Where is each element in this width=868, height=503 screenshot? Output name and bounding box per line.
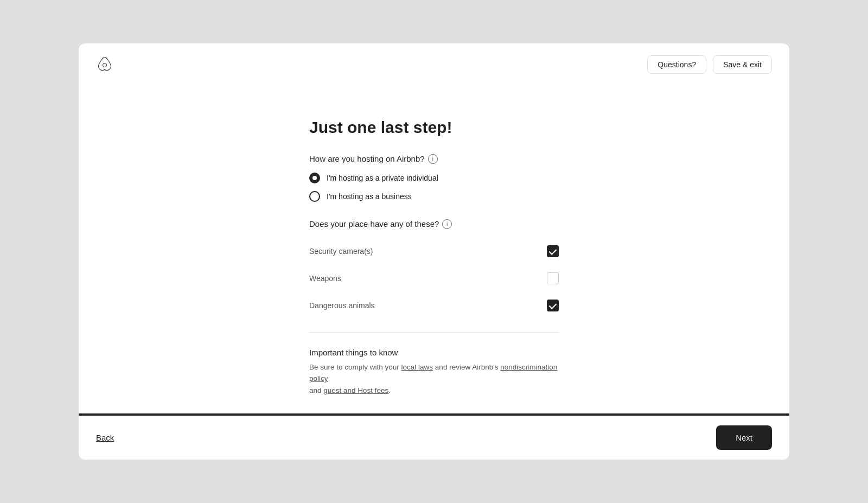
header: Questions? Save & exit [79, 43, 789, 86]
amenities-info-icon[interactable]: i [442, 219, 452, 229]
checkbox-row-security: Security camera(s) [309, 238, 559, 265]
host-fees-link[interactable]: guest and Host fees [323, 386, 388, 394]
security-camera-checkbox[interactable] [547, 245, 559, 257]
header-actions: Questions? Save & exit [647, 55, 772, 74]
back-button[interactable]: Back [96, 433, 114, 442]
next-button[interactable]: Next [716, 425, 772, 450]
checkbox-row-dangerous-animals: Dangerous animals [309, 292, 559, 319]
weapons-label: Weapons [309, 274, 341, 283]
questions-button[interactable]: Questions? [647, 55, 706, 74]
radio-private[interactable]: I'm hosting as a private individual [309, 173, 559, 183]
checkbox-row-weapons: Weapons [309, 265, 559, 292]
amenities-question-label: Does your place have any of these? i [309, 219, 559, 229]
important-section: Important things to know Be sure to comp… [309, 348, 559, 397]
radio-private-input[interactable] [309, 173, 320, 183]
local-laws-link[interactable]: local laws [401, 363, 433, 371]
page-title: Just one last step! [309, 118, 559, 137]
divider [309, 332, 559, 333]
important-title: Important things to know [309, 348, 559, 357]
main-content: Just one last step! How are you hosting … [79, 86, 789, 414]
radio-business[interactable]: I'm hosting as a business [309, 191, 559, 202]
form-container: Just one last step! How are you hosting … [309, 118, 559, 397]
hosting-info-icon[interactable]: i [428, 154, 438, 164]
radio-business-label: I'm hosting as a business [327, 192, 412, 201]
weapons-checkbox[interactable] [547, 272, 559, 284]
hosting-radio-group: I'm hosting as a private individual I'm … [309, 173, 559, 202]
important-text: Be sure to comply with your local laws a… [309, 361, 559, 397]
dangerous-animals-checkbox[interactable] [547, 300, 559, 311]
security-camera-label: Security camera(s) [309, 247, 373, 256]
amenities-list: Security camera(s) Weapons Dangerous ani… [309, 238, 559, 319]
radio-business-input[interactable] [309, 191, 320, 202]
radio-private-label: I'm hosting as a private individual [327, 174, 438, 182]
main-window: Questions? Save & exit Just one last ste… [79, 43, 789, 460]
airbnb-logo [96, 56, 113, 73]
footer: Back Next [79, 416, 789, 460]
save-exit-button[interactable]: Save & exit [713, 55, 772, 74]
dangerous-animals-label: Dangerous animals [309, 301, 375, 310]
hosting-question-label: How are you hosting on Airbnb? i [309, 154, 559, 164]
